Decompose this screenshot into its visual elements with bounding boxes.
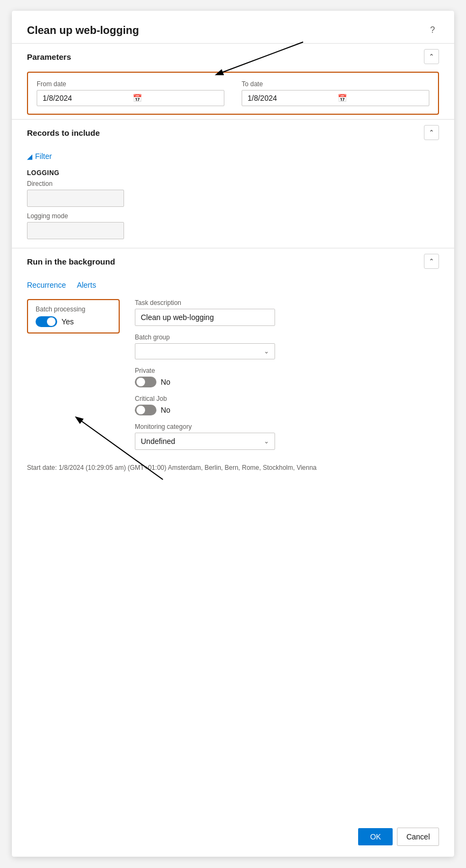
task-description-field: Task description — [135, 299, 275, 326]
records-collapse-button[interactable]: ⌃ — [424, 125, 439, 140]
parameters-collapse-button[interactable]: ⌃ — [424, 49, 439, 64]
logging-subsection-title: LOGGING — [27, 169, 439, 177]
dialog-footer: OK Cancel — [358, 828, 439, 846]
private-value: No — [161, 378, 170, 386]
background-collapse-button[interactable]: ⌃ — [424, 254, 439, 269]
from-date-input[interactable]: 1/8/2024 📅 — [37, 90, 224, 106]
to-date-group: To date 1/8/2024 📅 — [242, 80, 429, 106]
task-description-label: Task description — [135, 299, 275, 307]
monitoring-category-label: Monitoring category — [135, 423, 275, 430]
parameters-section-title: Parameters — [27, 52, 71, 61]
from-date-label: From date — [37, 80, 224, 88]
direction-label: Direction — [27, 180, 439, 188]
background-section-header: Run in the background ⌃ — [12, 248, 454, 274]
tab-recurrence[interactable]: Recurrence — [27, 279, 66, 291]
monitoring-category-field: Monitoring category Undefined ⌄ — [135, 423, 275, 450]
batch-group-field: Batch group ⌄ — [135, 334, 275, 359]
batch-processing-toggle[interactable] — [36, 316, 57, 327]
private-toggle-thumb — [136, 378, 145, 386]
monitoring-category-dropdown[interactable]: Undefined ⌄ — [135, 433, 275, 450]
critical-job-toggle[interactable] — [135, 405, 156, 415]
start-date-info: Start date: 1/8/2024 (10:29:05 am) (GMT+… — [12, 459, 454, 477]
critical-job-toggle-row: No — [135, 405, 275, 415]
monitoring-category-value: Undefined — [141, 437, 175, 446]
batch-group-label: Batch group — [135, 334, 275, 341]
records-section-header: Records to include ⌃ — [12, 119, 454, 145]
background-tabs: Recurrence Alerts — [12, 274, 454, 291]
filter-link[interactable]: ◢ Filter — [27, 150, 439, 163]
tab-alerts[interactable]: Alerts — [77, 279, 96, 291]
toggle-thumb — [47, 317, 56, 326]
batch-processing-value: Yes — [61, 317, 74, 326]
batch-processing-box: Batch processing Yes — [27, 299, 120, 334]
to-date-value: 1/8/2024 — [248, 94, 333, 102]
batch-processing-label: Batch processing — [36, 305, 111, 313]
to-date-label: To date — [242, 80, 429, 88]
right-column: Task description Batch group ⌄ Private N… — [135, 299, 275, 450]
private-label: Private — [135, 367, 275, 374]
parameters-box: From date 1/8/2024 📅 To date 1/8/2024 📅 — [27, 72, 439, 115]
parameters-section-header: Parameters ⌃ — [12, 43, 454, 70]
from-date-value: 1/8/2024 — [43, 94, 128, 102]
monitoring-category-dropdown-arrow: ⌄ — [264, 438, 269, 445]
critical-job-field: Critical Job No — [135, 395, 275, 415]
ok-button[interactable]: OK — [358, 828, 393, 845]
batch-group-dropdown-arrow: ⌄ — [264, 348, 269, 355]
filter-icon: ◢ — [27, 152, 32, 161]
from-date-group: From date 1/8/2024 📅 — [37, 80, 224, 106]
dialog-header: Clean up web-logging ? — [12, 11, 454, 43]
logging-mode-label: Logging mode — [27, 212, 439, 220]
records-section-content: ◢ Filter LOGGING Direction Logging mode — [12, 145, 454, 248]
critical-job-value: No — [161, 406, 170, 414]
dialog-title: Clean up web-logging — [27, 24, 139, 37]
batch-toggle-row: Yes — [36, 316, 111, 327]
filter-label: Filter — [35, 152, 52, 161]
background-content: Batch processing Yes Task description Ba… — [12, 291, 454, 459]
background-section-title: Run in the background — [27, 257, 115, 266]
left-column: Batch processing Yes — [12, 291, 120, 334]
to-date-input[interactable]: 1/8/2024 📅 — [242, 90, 429, 106]
logging-mode-input[interactable] — [27, 222, 124, 239]
critical-job-toggle-thumb — [136, 406, 145, 414]
critical-job-label: Critical Job — [135, 395, 275, 402]
records-section-title: Records to include — [27, 128, 100, 137]
cancel-button[interactable]: Cancel — [397, 828, 439, 846]
task-description-input[interactable] — [135, 309, 275, 326]
private-toggle[interactable] — [135, 377, 156, 387]
private-toggle-row: No — [135, 377, 275, 387]
dialog: Clean up web-logging ? Parameters ⌃ From… — [12, 11, 454, 857]
help-icon[interactable]: ? — [426, 24, 439, 37]
to-date-calendar-icon[interactable]: 📅 — [338, 94, 423, 102]
private-field: Private No — [135, 367, 275, 387]
from-date-calendar-icon[interactable]: 📅 — [133, 94, 218, 102]
batch-group-dropdown[interactable]: ⌄ — [135, 343, 275, 359]
direction-input[interactable] — [27, 190, 124, 207]
